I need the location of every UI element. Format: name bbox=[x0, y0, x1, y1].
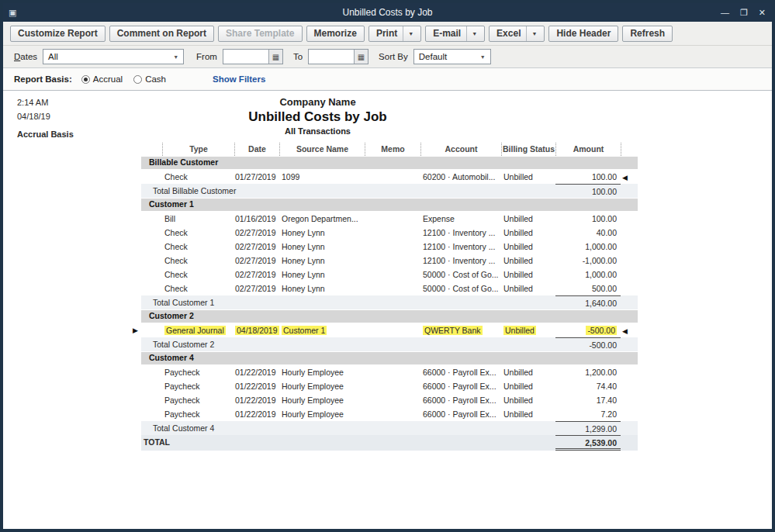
cell-date: 02/27/2019 bbox=[234, 254, 279, 268]
chevron-down-icon: ▼ bbox=[173, 54, 178, 60]
cell-date: 01/16/2019 bbox=[234, 212, 279, 226]
print-button[interactable]: Print▼ bbox=[368, 26, 421, 42]
dates-range-select[interactable]: All▼ bbox=[43, 49, 184, 64]
email-dropdown-arrow-icon[interactable]: ▼ bbox=[466, 26, 477, 41]
cell-memo bbox=[365, 407, 420, 421]
accrual-radio[interactable] bbox=[81, 75, 90, 84]
cell-billing-status-text: Unbilled bbox=[503, 242, 533, 251]
report-data-row[interactable]: Check02/27/2019Honey Lynn50000 · Cost of… bbox=[141, 268, 638, 282]
column-header-memo: Memo bbox=[365, 143, 420, 156]
cell-type: Paycheck bbox=[162, 393, 234, 407]
group-label: Customer 2 bbox=[149, 311, 194, 320]
cell-source-name-text: Hourly Employee bbox=[282, 409, 344, 419]
cell-billing-status: Unbilled bbox=[501, 254, 555, 268]
report-data-row[interactable]: Bill01/16/2019Oregon Departmen...Expense… bbox=[141, 212, 638, 226]
column-header-source-name: Source Name bbox=[279, 143, 365, 156]
cell-source-name-text: Hourly Employee bbox=[282, 396, 344, 405]
email-button[interactable]: E-mail▼ bbox=[425, 26, 485, 42]
cell-account-text: 66000 · Payroll Ex... bbox=[423, 396, 496, 405]
cell-type-text: Paycheck bbox=[164, 368, 200, 377]
cell-billing-status-text: Unbilled bbox=[503, 409, 533, 419]
from-date-field[interactable]: ▦ bbox=[223, 49, 283, 64]
cell-type-text: Paycheck bbox=[164, 396, 200, 405]
print-dropdown-arrow-icon[interactable]: ▼ bbox=[403, 26, 413, 41]
excel-dropdown-arrow-icon[interactable]: ▼ bbox=[526, 26, 537, 41]
cell-date: 04/18/2019 bbox=[234, 323, 279, 337]
cell-account: 66000 · Payroll Ex... bbox=[420, 365, 501, 379]
report-data-row[interactable]: Paycheck01/22/2019Hourly Employee66000 ·… bbox=[141, 407, 638, 421]
cash-radio[interactable] bbox=[133, 75, 142, 84]
drill-down-arrow-icon[interactable]: ◀ bbox=[622, 327, 628, 335]
column-header-amount: Amount bbox=[555, 143, 621, 156]
cell-account-text: 50000 · Cost of Go... bbox=[423, 270, 498, 279]
button-label: Excel bbox=[496, 28, 521, 39]
close-button[interactable]: ✕ bbox=[759, 9, 766, 17]
maximize-button[interactable]: ❐ bbox=[740, 9, 748, 17]
cell-account-text: Expense bbox=[423, 214, 455, 223]
window-menu-icon[interactable]: ▣ bbox=[9, 9, 16, 17]
cell-account-text: 66000 · Payroll Ex... bbox=[423, 409, 496, 419]
report-data-row[interactable]: General Journal04/18/2019Customer 1QWERT… bbox=[141, 323, 638, 337]
hide-header-button[interactable]: Hide Header bbox=[548, 26, 618, 42]
report-data-row[interactable]: Check02/27/2019Honey Lynn50000 · Cost of… bbox=[141, 282, 638, 295]
button-label: Customize Report bbox=[18, 28, 98, 39]
cell-source-name: Hourly Employee bbox=[279, 407, 365, 421]
report-group-row: Billable Customer bbox=[141, 157, 638, 169]
dates-label: Dates bbox=[14, 52, 37, 61]
cell-amount: -1,000.00 bbox=[555, 254, 621, 268]
cell-type: Check bbox=[162, 226, 234, 240]
group-band: Customer 2 bbox=[141, 310, 638, 323]
to-calendar-icon[interactable]: ▦ bbox=[354, 50, 368, 64]
memorize-button[interactable]: Memorize bbox=[306, 26, 365, 42]
group-label: Customer 1 bbox=[149, 199, 194, 209]
empty-cell bbox=[420, 421, 501, 435]
drill-down-arrow-icon[interactable]: ◀ bbox=[622, 174, 628, 181]
report-data-row[interactable]: Check02/27/2019Honey Lynn12100 · Invento… bbox=[141, 226, 638, 240]
report-data-row[interactable]: Paycheck01/22/2019Hourly Employee66000 ·… bbox=[141, 393, 638, 407]
cell-billing-status-text: Unbilled bbox=[503, 270, 533, 279]
button-label: Comment on Report bbox=[117, 28, 206, 39]
cell-type: Bill bbox=[162, 212, 234, 226]
cell-account-text: 12100 · Inventory ... bbox=[423, 228, 495, 237]
report-data-row[interactable]: Check01/27/2019109960200 · Automobil...U… bbox=[141, 170, 638, 184]
sort-by-select[interactable]: Default▼ bbox=[413, 49, 491, 64]
cell-memo bbox=[365, 268, 420, 282]
comment-on-report-button[interactable]: Comment on Report bbox=[109, 26, 214, 42]
report-data-row[interactable]: Paycheck01/22/2019Hourly Employee66000 ·… bbox=[141, 365, 638, 379]
cell-billing-status-text: Unbilled bbox=[503, 284, 533, 293]
cell-billing-status: Unbilled bbox=[501, 226, 555, 240]
total-label: Total Customer 1 bbox=[141, 295, 365, 309]
cell-source-name-text: Honey Lynn bbox=[282, 256, 325, 265]
report-data-row[interactable]: Paycheck01/22/2019Hourly Employee66000 ·… bbox=[141, 379, 638, 393]
cash-radio-label[interactable]: Cash bbox=[145, 74, 166, 84]
cell-date: 01/22/2019 bbox=[234, 379, 279, 393]
to-date-input[interactable] bbox=[309, 50, 354, 64]
excel-button[interactable]: Excel▼ bbox=[489, 26, 545, 42]
cell-source-name-text: Honey Lynn bbox=[282, 228, 325, 237]
report-data-row[interactable]: Check02/27/2019Honey Lynn12100 · Invento… bbox=[141, 254, 638, 268]
minimize-button[interactable]: — bbox=[721, 9, 729, 17]
cell-type-text: Paycheck bbox=[164, 382, 200, 391]
group-label: Billable Customer bbox=[149, 157, 218, 167]
show-filters-link[interactable]: Show Filters bbox=[213, 74, 265, 84]
cell-date-text: 02/27/2019 bbox=[235, 284, 276, 293]
group-band: Customer 1 bbox=[141, 199, 638, 211]
cell-type: Paycheck bbox=[162, 379, 234, 393]
cell-amount-text: 1,000.00 bbox=[585, 242, 617, 251]
report-basis-label: Report Basis: bbox=[14, 74, 72, 84]
gutter-cell bbox=[621, 212, 638, 226]
report-data-row[interactable]: Check02/27/2019Honey Lynn12100 · Invento… bbox=[141, 240, 638, 254]
report-group-row: Customer 2 bbox=[141, 310, 638, 323]
accrual-radio-label[interactable]: Accrual bbox=[93, 74, 123, 84]
cell-billing-status-text: Unbilled bbox=[503, 368, 533, 377]
cell-source-name: Honey Lynn bbox=[279, 254, 365, 268]
from-calendar-icon[interactable]: ▦ bbox=[268, 50, 282, 64]
customize-report-button[interactable]: Customize Report bbox=[10, 26, 106, 42]
to-date-field[interactable]: ▦ bbox=[308, 49, 368, 64]
cell-billing-status: Unbilled bbox=[501, 379, 555, 393]
refresh-button[interactable]: Refresh bbox=[622, 26, 673, 42]
empty-cell bbox=[501, 421, 555, 435]
cell-type-text: Check bbox=[164, 172, 188, 181]
cell-billing-status: Unbilled bbox=[501, 393, 555, 407]
from-date-input[interactable] bbox=[223, 50, 268, 64]
